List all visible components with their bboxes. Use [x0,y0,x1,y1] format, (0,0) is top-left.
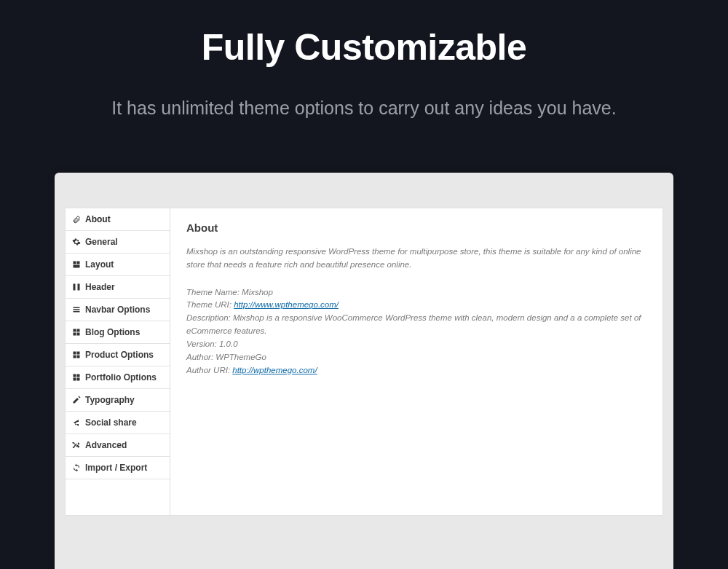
sidebar-item-label: Navbar Options [85,305,150,314]
meta-version: Version: 1.0.0 [186,338,646,351]
meta-label: Theme Name: [186,288,240,297]
sidebar-item-typography[interactable]: Typography [66,389,170,412]
hero-subtitle: It has unlimited theme options to carry … [15,98,713,119]
svg-rect-2 [74,265,80,268]
sidebar-item-label: About [85,215,111,224]
sidebar-item-blog-options[interactable]: Blog Options [66,321,170,344]
svg-rect-8 [74,329,76,332]
sidebar-item-label: Social share [85,418,137,427]
refresh-icon [72,463,81,472]
settings-panel: About General Layout Header [65,208,663,516]
sidebar-item-portfolio-options[interactable]: Portfolio Options [66,366,170,389]
hero: Fully Customizable It has unlimited them… [0,0,728,141]
product-icon [72,350,81,359]
portfolio-icon [72,373,81,382]
header-icon [72,283,81,291]
svg-rect-12 [74,352,76,355]
svg-rect-17 [77,374,80,377]
svg-rect-3 [74,284,76,291]
meta-description: Description: Mixshop is a responsive Woo… [186,312,646,338]
edit-icon [72,396,81,404]
svg-rect-5 [74,307,80,309]
author-uri-link[interactable]: http://wpthemego.com/ [232,366,317,374]
sidebar-item-label: Advanced [85,441,127,450]
sidebar: About General Layout Header [66,208,170,515]
svg-rect-19 [77,378,80,381]
svg-rect-14 [74,356,76,358]
svg-rect-13 [77,352,80,355]
sidebar-item-layout[interactable]: Layout [66,254,170,276]
shuffle-icon [72,441,81,450]
meta-value: WPThemeGo [215,353,266,361]
meta-label: Description: [186,313,231,322]
meta-label: Theme URI: [186,300,232,309]
sidebar-item-import-export[interactable]: Import / Export [66,457,170,479]
svg-rect-16 [74,374,76,377]
sidebar-item-label: General [85,238,118,246]
sidebar-item-advanced[interactable]: Advanced [66,434,170,457]
settings-card: About General Layout Header [55,173,673,569]
share-icon [72,418,81,427]
sidebar-item-label: Product Options [85,350,154,359]
meta-label: Version: [186,340,217,348]
blog-icon [72,328,81,337]
svg-rect-0 [74,262,76,264]
meta-author-uri: Author URI: http://wpthemego.com/ [186,364,646,377]
meta-label: Author: [186,353,213,361]
meta-value: Mixshop is a responsive WooCommerce Word… [186,313,641,335]
theme-meta: Theme Name: Mixshop Theme URI: http://ww… [186,286,646,377]
svg-rect-7 [74,311,80,313]
meta-label: Author URI: [186,366,230,374]
sidebar-item-label: Portfolio Options [85,373,157,382]
theme-uri-link[interactable]: http://www.wpthemego.com/ [234,300,339,309]
sidebar-item-label: Blog Options [85,328,140,337]
sidebar-item-about[interactable]: About [66,208,170,231]
meta-theme-name: Theme Name: Mixshop [186,286,646,299]
content: About Mixshop is an outstanding responsi… [170,208,662,515]
svg-rect-9 [77,329,80,332]
content-title: About [186,221,646,234]
meta-author: Author: WPThemeGo [186,351,646,364]
sidebar-item-label: Layout [85,260,114,269]
svg-rect-15 [77,356,80,358]
menu-icon [72,305,81,314]
sidebar-item-label: Header [85,283,115,291]
svg-rect-1 [77,262,80,264]
meta-value: 1.0.0 [219,340,238,348]
sidebar-item-label: Typography [85,396,135,404]
svg-rect-4 [78,284,80,291]
svg-rect-18 [74,378,76,381]
attachment-icon [72,215,81,224]
hero-title: Fully Customizable [15,26,713,68]
sidebar-item-general[interactable]: General [66,231,170,254]
content-description: Mixshop is an outstanding responsive Wor… [186,246,646,272]
meta-value: Mixshop [242,288,273,297]
sidebar-item-header[interactable]: Header [66,276,170,299]
svg-rect-10 [74,333,76,336]
sidebar-item-social-share[interactable]: Social share [66,412,170,434]
meta-theme-uri: Theme URI: http://www.wpthemego.com/ [186,299,646,312]
gear-icon [72,238,81,246]
sidebar-item-navbar-options[interactable]: Navbar Options [66,299,170,321]
sidebar-item-label: Import / Export [85,463,147,472]
svg-rect-11 [77,333,80,336]
svg-rect-6 [74,309,80,310]
layout-icon [72,260,81,269]
sidebar-item-product-options[interactable]: Product Options [66,344,170,366]
